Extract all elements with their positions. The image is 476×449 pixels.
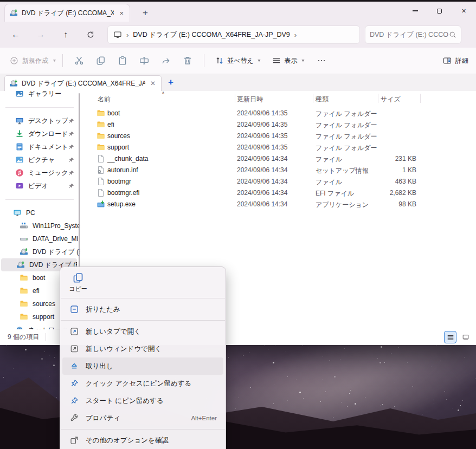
menu-item-eject[interactable]: 取り出し [62,357,223,375]
column-headers: ∧ 名前 更新日時 種類 サイズ [81,91,476,106]
pin-icon[interactable] [68,144,75,151]
more-button[interactable] [311,51,332,70]
sidebar-item-gallery[interactable]: ギャラリー [0,91,80,100]
sidebar-item-music[interactable]: ミュージック [0,166,80,179]
pin-icon[interactable] [68,157,75,164]
folder-icon [20,313,28,321]
pin-icon[interactable] [68,131,75,138]
search-input[interactable] [370,31,449,38]
thumbnail-view-icon [462,334,469,341]
menu-item-collapse[interactable]: 折りたたみ [62,301,223,318]
column-type[interactable]: 種類 [316,95,329,104]
details-view-toggle[interactable] [444,331,456,343]
cut-button[interactable] [68,51,90,70]
menu-copy-button[interactable]: コピー [66,270,91,295]
column-divider[interactable] [235,94,235,103]
refresh-button[interactable] [81,26,100,43]
file-name: support [107,144,129,151]
video-icon [15,181,24,190]
tab-close-icon[interactable]: × [118,9,125,17]
file-row-support[interactable]: support2024/09/06 14:35ファイル フォルダー [81,142,476,153]
file-gear-icon [97,166,105,174]
search-box[interactable] [365,25,461,44]
column-size[interactable]: サイズ [381,95,401,104]
file-row-autorun.inf[interactable]: autorun.inf2024/09/06 14:34セットアップ情報1 KB [81,165,476,176]
pictures-icon [15,155,24,164]
copy-button[interactable] [90,51,112,70]
sidebar-item-label: PC [26,209,80,217]
new-item-button[interactable]: 新規作成 ▼ [10,56,57,66]
file-icon [97,188,105,197]
sidebar-item-label: ミュージック [28,168,68,178]
column-modified[interactable]: 更新日時 [237,95,263,104]
breadcrumb[interactable]: › DVD ドライブ (E:) CCCOMA_X64FRE_JA-JP_DV9 … [107,25,360,44]
sidebar-item-pc[interactable]: PC [0,206,80,219]
sidebar-item-pictures[interactable]: ピクチャ [0,153,80,166]
sidebar-item-label: ギャラリー [28,91,80,99]
sidebar-item-dvd-drive-e[interactable]: DVD ドライブ (E:) [0,245,80,258]
menu-item-open-new-window[interactable]: 新しいウィンドウで開く [62,340,223,357]
maximize-button[interactable] [427,0,452,22]
back-button[interactable]: ← [7,26,25,43]
paste-button[interactable] [112,51,133,70]
window-tab[interactable]: DVD ドライブ (E:) CCCOMA_X64 × [4,4,130,22]
menu-item-pin-start[interactable]: スタート にピン留めする [62,392,223,409]
file-icon [97,177,105,186]
add-tab-button[interactable]: + [165,76,177,88]
sidebar-item-downloads[interactable]: ダウンロード [0,127,80,140]
minimize-button[interactable] [403,0,427,22]
pin-icon[interactable] [68,183,75,190]
column-divider[interactable] [420,94,421,103]
column-divider[interactable] [378,94,378,103]
file-size: 2,682 KB [352,189,416,197]
file-row-bootmgr.efi[interactable]: bootmgr.efi2024/09/06 14:34EFI ファイル2,682… [81,187,476,199]
sort-ascending-icon: ∧ [162,90,165,95]
sidebar-item-label: ドキュメント [28,142,68,152]
rename-button[interactable] [133,51,155,70]
column-name[interactable]: 名前 [98,95,111,104]
new-tab-button[interactable]: + [139,7,152,19]
delete-button[interactable] [177,51,198,70]
breadcrumb-chevron: › [294,31,297,39]
file-row-__chunk_data[interactable]: __chunk_data2024/09/06 14:34ファイル231 KB [81,153,476,165]
file-row-efi[interactable]: efi2024/09/06 14:35ファイル フォルダー [81,119,476,131]
file-type: ファイル フォルダー [316,109,377,119]
file-row-bootmgr[interactable]: bootmgr2024/09/06 14:34ファイル463 KB [81,176,476,187]
file-name: autorun.inf [107,166,138,174]
sidebar-item-documents[interactable]: ドキュメント [0,140,80,153]
up-button[interactable]: ↑ [56,26,75,43]
menu-item-pin-quick-access[interactable]: クイック アクセスにピン留めする [62,375,223,392]
explorer-tab[interactable]: DVD ドライブ (E:) CCCOMA_X64FRE_JA-JP_DV9 ✕ [4,75,162,91]
explorer-tab-title: DVD ドライブ (E:) CCCOMA_X64FRE_JA-JP_DV9 [22,79,145,88]
sidebar-item-label: Win11Pro_Syste [33,222,80,230]
document-icon [15,142,24,151]
delete-icon [183,56,192,66]
sort-button[interactable]: 並べ替え ▼ [210,56,267,66]
file-date: 2024/09/06 14:34 [237,155,287,162]
menu-item-show-more-options[interactable]: その他のオプションを確認 [62,432,223,449]
pin-icon[interactable] [68,170,75,177]
details-pane-button[interactable]: 詳細 [443,56,476,66]
file-icon [97,154,105,163]
tab-close-icon[interactable]: ✕ [149,80,157,87]
file-row-setup.exe[interactable]: setup.exe2024/09/06 14:34アプリケーション98 KB [81,199,476,210]
menu-item-open-new-tab[interactable]: 新しいタブで開く [62,323,223,340]
thumbnail-view-toggle[interactable] [459,331,472,343]
forward-button[interactable]: → [31,26,50,43]
file-row-sources[interactable]: sources2024/09/06 14:35ファイル フォルダー [81,131,476,142]
close-button[interactable]: × [452,0,476,22]
file-row-boot[interactable]: boot2024/09/06 14:35ファイル フォルダー [81,108,476,119]
view-button[interactable]: 表示 ▼ [267,56,311,66]
breadcrumb-path[interactable]: DVD ドライブ (E:) CCCOMA_X64FRE_JA-JP_DV9 [133,30,290,40]
sidebar-item-videos[interactable]: ビデオ [0,179,80,192]
sidebar-item-drive-win11pro[interactable]: Win11Pro_Syste [0,219,80,232]
share-button[interactable] [155,51,177,70]
sidebar-item-drive-data[interactable]: DATA_Drive_Mi [0,232,80,245]
sidebar-item-desktop[interactable]: デスクトップ [0,114,80,127]
menu-item-properties[interactable]: プロパティAlt+Enter [62,409,223,427]
pin-blue-icon [70,379,79,388]
pin-icon[interactable] [68,118,75,125]
column-divider[interactable] [313,94,313,103]
details-view-icon [447,334,454,341]
file-name: setup.exe [107,200,136,208]
